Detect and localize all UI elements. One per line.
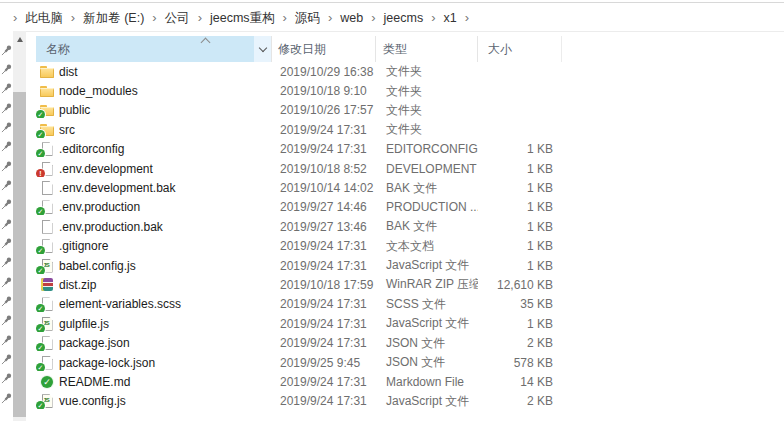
pushpin-icon <box>1 237 13 249</box>
breadcrumb-item[interactable]: x1 <box>442 9 457 27</box>
file-row[interactable]: ✓package.json2019/9/24 17:31JSON 文件2 KB <box>36 333 576 352</box>
file-name[interactable]: package-lock.json <box>59 356 155 370</box>
file-date: 2019/9/24 17:31 <box>272 297 376 311</box>
file-row[interactable]: ✓public2019/10/26 17:57文件夹 <box>36 101 576 120</box>
file-name[interactable]: node_modules <box>59 84 138 98</box>
file-type: JSON 文件 <box>376 354 478 371</box>
file-icon: ✓ <box>39 199 55 215</box>
breadcrumb-chevron-icon[interactable]: › <box>364 10 382 25</box>
file-row[interactable]: JS✓vue.config.js2019/9/24 17:31JavaScrip… <box>36 392 576 411</box>
file-name-cell: node_modules <box>36 83 272 99</box>
column-header-date[interactable]: 修改日期 <box>272 36 376 62</box>
breadcrumb-chevron-icon[interactable]: › <box>145 10 163 25</box>
file-row[interactable]: JS✓babel.config.js2019/9/24 17:31JavaScr… <box>36 256 576 275</box>
file-name[interactable]: README.md <box>59 375 130 389</box>
scrollbar-up-button[interactable] <box>13 31 26 48</box>
file-name[interactable]: dist <box>59 65 78 79</box>
pushpin-icon <box>1 314 13 326</box>
file-row[interactable]: ✓.env.production2019/9/27 14:46PRODUCTIO… <box>36 198 576 217</box>
file-name[interactable]: .editorconfig <box>59 142 124 156</box>
check-badge-icon: ✓ <box>36 110 45 118</box>
file-row[interactable]: .env.production.bak2019/9/27 13:46BAK 文件… <box>36 217 576 236</box>
file-name-cell: ✓README.md <box>36 374 272 390</box>
file-row[interactable]: node_modules2019/10/18 9:10文件夹 <box>36 81 576 100</box>
column-header-size-label: 大小 <box>488 41 512 58</box>
file-list: 名称 修改日期 类型 大小 dist2019/10/29 16:38文件夹nod… <box>36 36 576 411</box>
scrollbar-thumb[interactable] <box>13 92 26 417</box>
file-row[interactable]: ✓README.md2019/9/24 17:31Markdown File14… <box>36 372 576 391</box>
file-date: 2019/10/26 17:57 <box>272 103 376 117</box>
column-header-type-label: 类型 <box>383 41 407 58</box>
file-size: 1 KB <box>478 317 562 331</box>
breadcrumb-item[interactable]: web <box>339 9 364 27</box>
breadcrumb-chevron-icon[interactable]: › <box>64 10 82 25</box>
breadcrumb-chevron-icon[interactable]: › <box>424 10 442 25</box>
pushpin-icon <box>1 102 13 114</box>
file-row[interactable]: dist2019/10/29 16:38文件夹 <box>36 62 576 81</box>
file-name-cell: .env.development.bak <box>36 180 272 196</box>
column-header-type[interactable]: 类型 <box>376 36 478 62</box>
file-type: EDITORCONFIG ... <box>376 142 478 156</box>
column-header-size[interactable]: 大小 <box>478 36 562 62</box>
breadcrumb-chevron-icon[interactable]: › <box>6 10 24 25</box>
file-size: 1 KB <box>478 200 562 214</box>
file-row[interactable]: ✓.gitignore2019/9/24 17:31文本文档1 KB <box>36 237 576 256</box>
check-badge-icon: ✓ <box>36 363 45 371</box>
file-name[interactable]: .gitignore <box>59 239 108 253</box>
file-row[interactable]: !.env.development2019/10/18 8:52DEVELOPM… <box>36 159 576 178</box>
file-type: JSON 文件 <box>376 335 478 352</box>
file-row[interactable]: dist.zip2019/10/18 17:59WinRAR ZIP 压缩...… <box>36 275 576 294</box>
file-row[interactable]: .env.development.bak2019/10/14 14:02BAK … <box>36 178 576 197</box>
file-name[interactable]: src <box>59 123 75 137</box>
pushpin-icon <box>1 295 13 307</box>
file-type: BAK 文件 <box>376 218 478 235</box>
file-name[interactable]: gulpfile.js <box>59 317 109 331</box>
chevron-down-icon <box>258 44 266 52</box>
filter-dropdown-button[interactable] <box>254 36 271 62</box>
file-type: 文件夹 <box>376 63 478 80</box>
vertical-scrollbar[interactable] <box>13 31 26 421</box>
file-name[interactable]: .env.development <box>59 162 153 176</box>
breadcrumb-item[interactable]: 新加卷 (E:) <box>82 9 145 27</box>
file-name-cell: dist.zip <box>36 277 272 293</box>
file-name-cell: ✓.env.production <box>36 199 272 215</box>
pushpin-icon <box>1 82 13 94</box>
file-date: 2019/9/27 13:46 <box>272 220 376 234</box>
file-row[interactable]: ✓src2019/9/24 17:31文件夹 <box>36 120 576 139</box>
file-row[interactable]: ✓.editorconfig2019/9/24 17:31EDITORCONFI… <box>36 140 576 159</box>
file-name[interactable]: public <box>59 103 90 117</box>
file-type: DEVELOPMENT ... <box>376 162 478 176</box>
breadcrumb: ›此电脑›新加卷 (E:)›公司›jeecms重构›源码›web›jeecms›… <box>6 8 476 27</box>
file-size: 1 KB <box>478 181 562 195</box>
breadcrumb-item[interactable]: 源码 <box>294 9 321 27</box>
folder-icon: ✓ <box>39 102 55 118</box>
breadcrumb-item[interactable]: 公司 <box>164 9 191 27</box>
file-name-cell: ✓.editorconfig <box>36 141 272 157</box>
breadcrumb-chevron-icon[interactable]: › <box>321 10 339 25</box>
breadcrumb-chevron-icon[interactable]: › <box>191 10 209 25</box>
file-row[interactable]: ✓package-lock.json2019/9/25 9:45JSON 文件5… <box>36 353 576 372</box>
file-row[interactable]: ✓element-variables.scss2019/9/24 17:31SC… <box>36 295 576 314</box>
breadcrumb-chevron-icon[interactable]: › <box>458 10 476 25</box>
file-name[interactable]: .env.production.bak <box>59 220 163 234</box>
file-type: 文本文档 <box>376 238 478 255</box>
file-size: 2 KB <box>478 336 562 350</box>
file-size: 1 KB <box>478 259 562 273</box>
file-name[interactable]: .env.development.bak <box>59 181 176 195</box>
file-name[interactable]: package.json <box>59 336 130 350</box>
pushpin-icon <box>1 372 13 384</box>
breadcrumb-chevron-icon[interactable]: › <box>276 10 294 25</box>
breadcrumb-item[interactable]: jeecms <box>383 9 425 27</box>
file-name[interactable]: dist.zip <box>59 278 96 292</box>
file-type: PRODUCTION ... <box>376 200 478 214</box>
file-name-cell: JS✓gulpfile.js <box>36 316 272 332</box>
file-name[interactable]: element-variables.scss <box>59 297 181 311</box>
file-row[interactable]: JS✓gulpfile.js2019/9/24 17:31JavaScript … <box>36 314 576 333</box>
breadcrumb-item[interactable]: jeecms重构 <box>209 9 276 27</box>
sort-ascending-icon <box>201 38 211 48</box>
file-name[interactable]: vue.config.js <box>59 394 126 408</box>
file-name[interactable]: .env.production <box>59 200 140 214</box>
file-name[interactable]: babel.config.js <box>59 259 136 273</box>
column-header-name[interactable]: 名称 <box>36 36 272 62</box>
breadcrumb-item[interactable]: 此电脑 <box>24 9 64 27</box>
